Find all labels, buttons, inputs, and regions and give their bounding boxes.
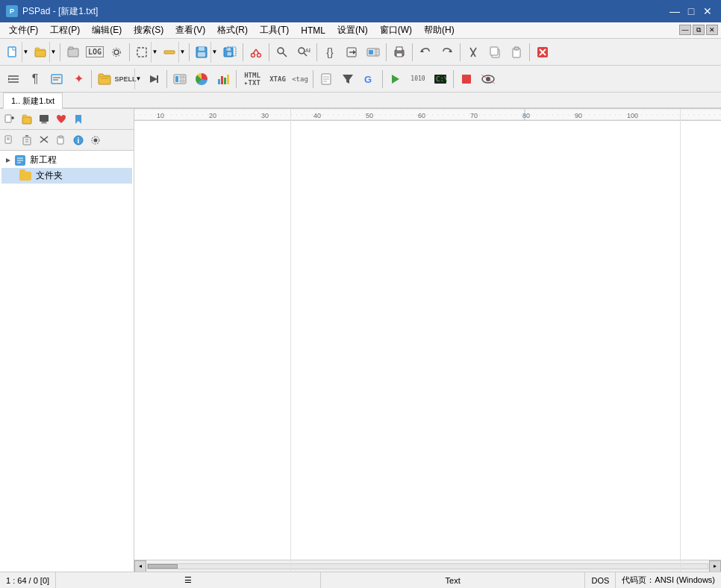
scroll-track[interactable] bbox=[147, 563, 708, 569]
menu-help[interactable]: 帮助(H) bbox=[418, 22, 461, 38]
eye-btn[interactable] bbox=[478, 69, 499, 90]
tree-root-label: 新工程 bbox=[30, 154, 57, 166]
editor-content[interactable] bbox=[134, 121, 721, 560]
arrow-arrow[interactable]: ▼ bbox=[178, 42, 186, 63]
html-btn[interactable]: HTML▸TXT bbox=[239, 69, 266, 90]
filter-btn[interactable] bbox=[337, 69, 358, 90]
menu-format[interactable]: 格式(R) bbox=[211, 22, 254, 38]
svg-text:50: 50 bbox=[366, 112, 373, 119]
shape-arrow[interactable]: ▼ bbox=[151, 42, 158, 63]
frame-btn[interactable] bbox=[169, 69, 190, 90]
copy-btn[interactable] bbox=[484, 42, 505, 63]
goto-btn[interactable] bbox=[341, 42, 362, 63]
open-file-btn-group[interactable]: ▼ bbox=[31, 42, 57, 63]
sidebar-open-btn[interactable] bbox=[19, 111, 35, 128]
find-btn[interactable] bbox=[272, 42, 293, 63]
sidebar-paste-btn[interactable] bbox=[53, 132, 69, 148]
tab-file[interactable]: 1.. 新建1.txt bbox=[3, 93, 63, 109]
menu-search[interactable]: 搜索(S) bbox=[128, 22, 169, 38]
sidebar-new-btn[interactable] bbox=[1, 111, 18, 128]
sep-t2-2 bbox=[166, 70, 167, 88]
cut2-btn[interactable] bbox=[463, 42, 484, 63]
menu-tools[interactable]: 工具(T) bbox=[254, 22, 295, 38]
sidebar-add-btn[interactable] bbox=[1, 132, 18, 148]
console-btn[interactable]: C:\ bbox=[430, 69, 451, 90]
save-btn-group[interactable]: ▼ bbox=[192, 42, 219, 63]
menu-project[interactable]: 工程(P) bbox=[44, 22, 86, 38]
align-btn[interactable] bbox=[46, 69, 67, 90]
binary-btn[interactable]: 1010 bbox=[407, 69, 429, 90]
bracket-btn[interactable]: {} bbox=[319, 42, 340, 63]
svg-text:AB: AB bbox=[305, 48, 310, 53]
tree-child-item[interactable]: 文件夹 bbox=[1, 168, 132, 184]
save-all-btn[interactable] bbox=[219, 42, 240, 63]
sidebar-info-btn[interactable]: i bbox=[70, 132, 87, 148]
piechart-btn[interactable] bbox=[191, 69, 212, 90]
menu-window[interactable]: 窗口(W) bbox=[374, 22, 418, 38]
sidebar-cut-btn[interactable] bbox=[36, 132, 52, 148]
undo-btn[interactable] bbox=[415, 42, 436, 63]
svg-marker-26 bbox=[353, 50, 356, 54]
inner-restore[interactable]: ⧉ bbox=[693, 25, 705, 35]
editor-textarea[interactable] bbox=[134, 121, 721, 560]
project-btn[interactable] bbox=[63, 42, 84, 63]
jumpbar-btn[interactable] bbox=[363, 42, 384, 63]
settings-btn[interactable] bbox=[106, 42, 127, 63]
inner-minimize[interactable]: — bbox=[679, 25, 691, 35]
menu-edit[interactable]: 编辑(E) bbox=[86, 22, 128, 38]
spellcheck-arrow[interactable]: ▼ bbox=[134, 69, 142, 90]
maximize-button[interactable]: □ bbox=[684, 4, 699, 19]
star-btn[interactable]: ✦ bbox=[68, 69, 89, 90]
record-btn[interactable] bbox=[456, 69, 477, 90]
open-file-arrow[interactable]: ▼ bbox=[49, 42, 57, 63]
sep-t2-3 bbox=[236, 70, 237, 88]
inner-close[interactable]: ✕ bbox=[706, 25, 718, 35]
svg-marker-56 bbox=[150, 75, 157, 83]
shape-btn-group[interactable]: ▼ bbox=[132, 42, 159, 63]
scroll-thumb[interactable] bbox=[148, 564, 178, 569]
xtag-btn[interactable]: XTAG bbox=[266, 69, 289, 90]
scroll-left-btn[interactable]: ◂ bbox=[134, 560, 146, 572]
cut-btn[interactable] bbox=[246, 42, 266, 63]
find-replace-btn[interactable]: AB bbox=[293, 42, 314, 63]
sidebar-remove-btn[interactable] bbox=[19, 132, 35, 148]
folder-icon bbox=[19, 172, 31, 181]
project-tree: 新工程 文件夹 bbox=[0, 151, 134, 572]
sidebar-heart-btn[interactable] bbox=[53, 111, 69, 128]
paste-btn[interactable] bbox=[506, 42, 527, 63]
h-scrollbar: ◂ ▸ bbox=[134, 560, 721, 572]
new-file-arrow[interactable]: ▼ bbox=[22, 42, 29, 63]
barchart-btn[interactable] bbox=[213, 69, 234, 90]
folder-open-btn[interactable] bbox=[94, 69, 115, 90]
sidebar-monitor-btn[interactable] bbox=[36, 111, 52, 128]
goto-end-btn[interactable] bbox=[143, 69, 164, 90]
close-button[interactable]: ✕ bbox=[700, 4, 715, 19]
menu-view[interactable]: 查看(V) bbox=[169, 22, 211, 38]
tag-btn[interactable]: <tag bbox=[290, 69, 310, 90]
svg-marker-99 bbox=[6, 158, 10, 163]
paragraph-btn[interactable]: ¶ bbox=[25, 69, 46, 90]
google-btn[interactable]: G bbox=[359, 69, 380, 90]
delete-btn[interactable] bbox=[532, 42, 553, 63]
svg-text:i: i bbox=[78, 137, 80, 145]
menu-html[interactable]: HTML bbox=[295, 22, 331, 38]
indent-btn[interactable] bbox=[3, 69, 24, 90]
doc2-btn[interactable] bbox=[316, 69, 337, 90]
app-icon: P bbox=[6, 5, 18, 17]
redo-btn[interactable] bbox=[437, 42, 458, 63]
print-btn[interactable] bbox=[389, 42, 410, 63]
spellcheck-btn-group[interactable]: SPELL ▼ bbox=[116, 69, 143, 90]
svg-rect-83 bbox=[40, 115, 49, 122]
tree-root-item[interactable]: 新工程 bbox=[1, 152, 132, 168]
save-arrow[interactable]: ▼ bbox=[210, 42, 218, 63]
menu-file[interactable]: 文件(F) bbox=[3, 22, 44, 38]
sidebar-settings-btn[interactable] bbox=[87, 132, 104, 148]
new-file-btn-group[interactable]: ▼ bbox=[3, 42, 30, 63]
play-btn[interactable] bbox=[385, 69, 406, 90]
log-btn[interactable]: LOG bbox=[84, 42, 105, 63]
sidebar-bookmark-btn[interactable] bbox=[70, 111, 87, 128]
arrow-btn-group[interactable]: ▼ bbox=[160, 42, 187, 63]
minimize-button[interactable]: — bbox=[667, 4, 682, 19]
menu-settings[interactable]: 设置(N) bbox=[331, 22, 374, 38]
scroll-right-btn[interactable]: ▸ bbox=[709, 560, 721, 572]
